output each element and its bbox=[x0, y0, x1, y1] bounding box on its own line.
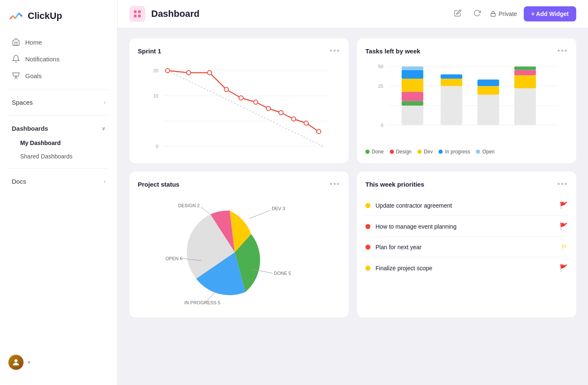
svg-rect-6 bbox=[491, 13, 496, 16]
sidebar-item-goals[interactable]: Goals bbox=[3, 67, 114, 84]
sidebar-item-shared-dashboards[interactable]: Shared Dashboards bbox=[3, 150, 114, 163]
svg-point-22 bbox=[279, 111, 283, 115]
priority-3-flag: 🏳 bbox=[561, 243, 568, 251]
svg-rect-42 bbox=[441, 74, 462, 79]
legend-dev-label: Dev bbox=[424, 149, 433, 155]
open-dot bbox=[476, 150, 480, 154]
edit-button[interactable] bbox=[452, 7, 464, 21]
priority-item-2: How to manage event planning 🚩 bbox=[365, 216, 568, 237]
sprint-title: Sprint 1 bbox=[138, 47, 161, 55]
svg-rect-35 bbox=[402, 101, 423, 105]
tasks-menu[interactable]: ••• bbox=[557, 47, 568, 55]
priority-1-left: Update contractor agreement bbox=[365, 202, 452, 209]
svg-text:OPEN 6: OPEN 6 bbox=[165, 256, 182, 261]
svg-point-17 bbox=[207, 71, 212, 75]
sprint-chart-svg: 20 10 0 bbox=[138, 62, 340, 155]
svg-rect-34 bbox=[402, 105, 423, 125]
bottom-row: Project status ••• bbox=[129, 171, 576, 317]
header-right: Private + Add Widget bbox=[452, 6, 576, 21]
priority-1-flag: 🚩 bbox=[559, 201, 568, 209]
refresh-icon bbox=[473, 9, 481, 17]
sidebar-item-notifications[interactable]: Notifications bbox=[3, 50, 114, 67]
dashboard-grid-icon bbox=[133, 9, 142, 18]
svg-rect-45 bbox=[478, 79, 499, 86]
sprint-menu[interactable]: ••• bbox=[330, 47, 340, 55]
top-row: Sprint 1 ••• 20 10 0 bbox=[129, 38, 576, 163]
svg-line-14 bbox=[168, 71, 323, 146]
svg-line-50 bbox=[249, 210, 270, 219]
project-status-header: Project status ••• bbox=[138, 180, 340, 189]
svg-rect-36 bbox=[402, 92, 423, 101]
priorities-card: This week priorities ••• Update contract… bbox=[357, 171, 576, 317]
svg-point-21 bbox=[266, 106, 270, 111]
project-status-title: Project status bbox=[138, 181, 179, 188]
legend-dev: Dev bbox=[417, 149, 433, 155]
user-profile[interactable]: ▾ bbox=[0, 348, 117, 377]
sidebar: ClickUp Home Notifications Goals Spaces … bbox=[0, 0, 118, 385]
sidebar-item-my-dashboard[interactable]: My Dashboard bbox=[3, 136, 114, 150]
priority-3-left: Plan for next year bbox=[365, 244, 422, 251]
header-left: Dashboard bbox=[129, 6, 200, 22]
sidebar-item-home[interactable]: Home bbox=[3, 34, 114, 50]
svg-rect-48 bbox=[514, 70, 536, 75]
sidebar-section-spaces[interactable]: Spaces › bbox=[3, 95, 114, 110]
divider-1 bbox=[8, 89, 109, 90]
bell-icon bbox=[12, 55, 20, 63]
sidebar-section-dashboards[interactable]: Dashboards ∨ bbox=[3, 121, 114, 136]
svg-point-15 bbox=[165, 69, 170, 73]
refresh-button[interactable] bbox=[471, 7, 483, 21]
svg-rect-43 bbox=[478, 95, 499, 125]
priorities-title: This week priorities bbox=[365, 181, 424, 188]
priority-item-4: Finalize project scope 🚩 bbox=[365, 258, 568, 278]
main-area: Dashboard Private + Add Wid bbox=[118, 0, 588, 385]
avatar bbox=[8, 355, 24, 370]
spaces-chevron: › bbox=[104, 100, 105, 105]
svg-point-25 bbox=[317, 129, 321, 134]
tasks-card: Tasks left by week ••• 50 25 0 bbox=[357, 38, 576, 163]
svg-rect-44 bbox=[478, 86, 499, 95]
priority-4-left: Finalize project scope bbox=[365, 265, 432, 272]
priority-list: Update contractor agreement 🚩 How to man… bbox=[365, 195, 568, 278]
dev-dot bbox=[417, 150, 422, 154]
priority-4-dot bbox=[365, 266, 370, 271]
legend-design-label: Design bbox=[396, 149, 412, 155]
svg-rect-3 bbox=[138, 11, 141, 13]
project-status-menu[interactable]: ••• bbox=[330, 180, 340, 189]
legend-inprogress: In progress bbox=[438, 149, 470, 155]
svg-rect-4 bbox=[134, 15, 136, 17]
dashboards-label: Dashboards bbox=[12, 125, 48, 132]
svg-point-24 bbox=[304, 121, 308, 125]
svg-text:0: 0 bbox=[381, 123, 383, 128]
sprint-chart: 20 10 0 bbox=[138, 62, 340, 155]
svg-rect-40 bbox=[441, 86, 462, 125]
logo-area: ClickUp bbox=[0, 8, 117, 34]
dropdown-icon: ▾ bbox=[28, 359, 30, 365]
docs-chevron: › bbox=[104, 179, 105, 185]
pie-chart-svg: DEV 3 DONE 5 IN PROGRESS 5 OPEN 6 DESIGN… bbox=[159, 195, 319, 309]
priority-2-flag: 🚩 bbox=[559, 222, 568, 230]
pie-chart-area: DEV 3 DONE 5 IN PROGRESS 5 OPEN 6 DESIGN… bbox=[138, 195, 340, 309]
bar-chart-area: 50 25 0 bbox=[365, 62, 568, 155]
logo-text: ClickUp bbox=[28, 11, 62, 21]
svg-rect-39 bbox=[402, 66, 423, 70]
priority-3-text: Plan for next year bbox=[375, 244, 422, 251]
lock-icon bbox=[490, 11, 496, 17]
add-widget-button[interactable]: + Add Widget bbox=[524, 6, 576, 21]
priority-4-flag: 🚩 bbox=[559, 264, 568, 272]
svg-text:DEV 3: DEV 3 bbox=[272, 206, 285, 211]
svg-rect-5 bbox=[138, 15, 141, 17]
priority-3-dot bbox=[365, 245, 370, 250]
dashboards-chevron: ∨ bbox=[102, 126, 105, 132]
add-widget-label: + Add Widget bbox=[531, 11, 569, 17]
svg-text:DESIGN 2: DESIGN 2 bbox=[178, 203, 200, 208]
tasks-title: Tasks left by week bbox=[365, 47, 420, 55]
priorities-menu[interactable]: ••• bbox=[557, 180, 568, 189]
project-status-card: Project status ••• bbox=[129, 171, 349, 317]
svg-point-19 bbox=[239, 96, 243, 100]
bar-chart-svg: 50 25 0 bbox=[365, 62, 568, 145]
legend-done: Done bbox=[365, 149, 384, 155]
priority-item-1: Update contractor agreement 🚩 bbox=[365, 195, 568, 216]
private-label: Private bbox=[499, 11, 517, 17]
priority-1-text: Update contractor agreement bbox=[375, 202, 452, 209]
sidebar-section-docs[interactable]: Docs › bbox=[3, 174, 114, 189]
